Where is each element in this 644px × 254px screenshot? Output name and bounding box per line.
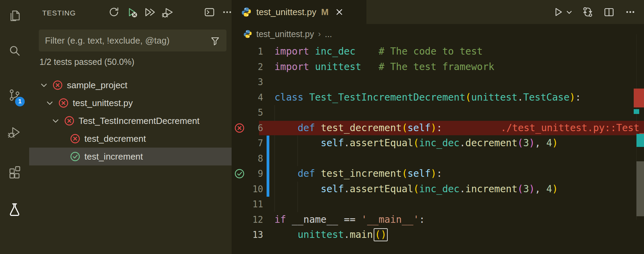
gutter-space — [232, 105, 247, 120]
chevron-spacer — [57, 134, 67, 143]
code-line-9[interactable]: 9 def test_increment(self): — [232, 166, 644, 182]
modified-badge: M — [321, 7, 329, 18]
test-failed-icon — [70, 134, 80, 144]
line-number: 13 — [247, 230, 263, 240]
code-line-8[interactable]: 8 — [232, 151, 644, 166]
run-debug-icon[interactable] — [0, 121, 29, 143]
explorer-icon[interactable] — [0, 5, 29, 27]
code-text: self.assertEqual(inc_dec.increment(3), 4… — [274, 182, 558, 197]
code-line-2[interactable]: 2import unittest # The test framework — [232, 59, 644, 75]
more-actions-icon[interactable] — [624, 6, 636, 18]
gutter-space — [232, 136, 247, 151]
line-number: 12 — [247, 215, 263, 225]
run-all-tests-icon[interactable] — [144, 6, 155, 18]
chevron-down-icon[interactable] — [45, 99, 56, 107]
test-failed-icon — [64, 116, 74, 126]
test-tree-item-test_decrement[interactable]: test_decrement — [29, 130, 232, 148]
editor-group: test_unittest.py M — [232, 0, 644, 254]
code-line-6[interactable]: 6 def test_decrement(self):./test_unitte… — [232, 120, 644, 136]
code-line-12[interactable]: 12if __name__ == '__main__': — [232, 212, 644, 228]
gutter-bar-space — [267, 90, 269, 105]
line-number: 8 — [247, 153, 263, 164]
testing-icon[interactable] — [0, 198, 29, 220]
code-text: def test_increment(self): — [274, 166, 442, 182]
chevron-down-icon — [566, 9, 573, 15]
split-editor-icon[interactable] — [603, 6, 615, 18]
code-line-3[interactable]: 3 — [232, 74, 644, 90]
debug-tests-icon[interactable] — [162, 6, 173, 18]
gutter-bar-space — [267, 74, 269, 90]
test-label: test_increment — [84, 151, 143, 162]
tab-bar: test_unittest.py M — [232, 0, 644, 24]
rerun-failed-tests-icon[interactable] — [126, 6, 138, 18]
scrollbar-thumb[interactable] — [636, 161, 644, 216]
code-area[interactable]: 1import inc_dec # The code to test2impor… — [232, 44, 644, 254]
python-file-icon — [241, 7, 251, 17]
line-number: 1 — [247, 46, 263, 57]
gutter-bar-space — [267, 44, 269, 59]
search-icon[interactable] — [0, 41, 29, 62]
line-number: 10 — [247, 184, 263, 194]
close-icon[interactable] — [335, 8, 344, 16]
gutter-space — [232, 212, 247, 228]
test-label: Test_TestIncrementDecrement — [79, 116, 200, 126]
test-tree-item-Test_TestIncrementDecrement[interactable]: Test_TestIncrementDecrement — [29, 112, 232, 130]
extensions-icon[interactable] — [0, 161, 29, 183]
modified-line-indicator — [267, 151, 269, 166]
gutter-space — [232, 182, 247, 197]
show-output-terminal-icon[interactable] — [203, 6, 215, 18]
test-tree-item-test_unittest.py[interactable]: test_unittest.py — [29, 94, 232, 112]
gutter-bar-space — [267, 212, 269, 228]
code-line-11[interactable]: 11 — [232, 197, 644, 212]
gutter-space — [232, 197, 247, 212]
tab-test-unittest[interactable]: test_unittest.py M — [232, 0, 366, 24]
breadcrumb-more[interactable]: ... — [325, 29, 332, 39]
run-python-file-icon[interactable] — [552, 6, 573, 18]
gutter-test-failed-icon[interactable] — [232, 120, 247, 136]
code-line-5[interactable]: 5 — [232, 105, 644, 120]
test-passed-icon — [70, 151, 80, 162]
line-number: 7 — [247, 138, 263, 148]
test-tree-item-test_increment[interactable]: test_increment — [29, 148, 232, 165]
chevron-right-icon: › — [318, 30, 321, 39]
chevron-down-icon[interactable] — [39, 81, 50, 90]
test-label: test_decrement — [84, 134, 146, 144]
chevron-down-icon[interactable] — [51, 116, 61, 125]
code-line-13[interactable]: 13 unittest.main() — [232, 227, 644, 243]
panel-title: TESTING — [42, 9, 76, 17]
test-tree: sample_projecttest_unittest.pyTest_TestI… — [29, 76, 232, 165]
gutter-test-passed-icon[interactable] — [232, 166, 247, 182]
line-number: 4 — [247, 92, 263, 103]
gutter-space — [232, 74, 247, 90]
code-text: import unittest # The test framework — [274, 59, 494, 75]
open-changes-icon[interactable] — [582, 6, 594, 18]
refresh-tests-icon[interactable] — [108, 6, 120, 18]
gutter-space — [232, 59, 247, 75]
test-tree-item-sample_project[interactable]: sample_project — [29, 76, 232, 94]
source-control-icon[interactable]: 1 — [0, 84, 29, 106]
test-failed-icon — [58, 98, 69, 108]
gutter-bar-space — [267, 120, 269, 136]
gutter-space — [232, 44, 247, 59]
python-file-icon — [243, 30, 252, 38]
code-line-1[interactable]: 1import inc_dec # The code to test — [232, 44, 644, 59]
filter-funnel-icon[interactable] — [210, 35, 220, 46]
line-number: 6 — [247, 123, 263, 133]
test-label: test_unittest.py — [73, 98, 133, 108]
modified-line-indicator — [267, 166, 269, 182]
line-number: 11 — [247, 199, 263, 209]
code-text: import inc_dec # The code to test — [274, 44, 483, 59]
more-actions-icon[interactable] — [221, 6, 233, 18]
code-line-4[interactable]: 4class Test_TestIncrementDecrement(unitt… — [232, 90, 644, 105]
line-number: 5 — [247, 107, 263, 118]
test-failed-icon — [52, 80, 63, 90]
code-text: class Test_TestIncrementDecrement(unitte… — [274, 90, 581, 105]
line-number: 9 — [247, 169, 263, 179]
breadcrumb-file[interactable]: test_unittest.py — [256, 29, 314, 39]
breadcrumb[interactable]: test_unittest.py › ... — [232, 24, 644, 44]
gutter-bar-space — [267, 59, 269, 75]
code-line-7[interactable]: 7 self.assertEqual(inc_dec.decrement(3),… — [232, 136, 644, 151]
code-line-10[interactable]: 10 self.assertEqual(inc_dec.increment(3)… — [232, 182, 644, 197]
activity-bar: 1 — [0, 0, 29, 254]
filter-input[interactable]: Filter (e.g. text, !exclude, @tag) — [39, 30, 226, 51]
